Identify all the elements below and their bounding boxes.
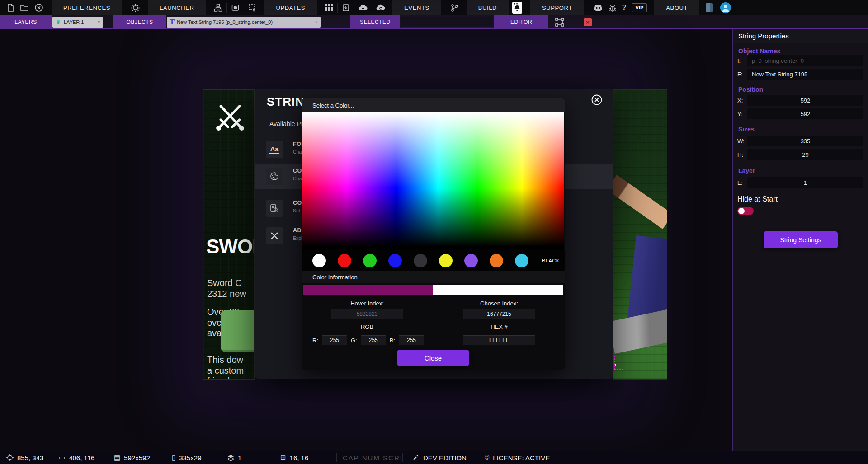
object-toolbar: LAYERS LAYER 1 ∨ OBJECTS T New Text Stri…: [0, 15, 868, 29]
preview-paragraph-1: Sword C2312 new: [207, 278, 246, 299]
r-field[interactable]: 255: [322, 335, 347, 345]
toolbar-divider: [337, 3, 338, 13]
menu-updates[interactable]: UPDATES: [264, 0, 317, 15]
modal-close-icon[interactable]: [591, 94, 603, 106]
rocket-icon: [412, 454, 420, 461]
chevron-down-icon: ∨: [97, 20, 100, 24]
id-label: I:: [737, 57, 741, 64]
y-label: Y:: [737, 111, 743, 117]
grid-icon[interactable]: [322, 0, 336, 15]
settings-gear-icon[interactable]: [128, 0, 142, 15]
object-dropdown[interactable]: T New Text String 7195 (p_0_string.cente…: [167, 17, 321, 28]
g-field[interactable]: 255: [361, 335, 386, 345]
vip-badge[interactable]: VIP: [632, 3, 647, 12]
menu-support[interactable]: SUPPORT: [530, 0, 584, 15]
properties-sidebar: String Properties Object Names I: p_0_st…: [732, 29, 868, 451]
build-notification-icon[interactable]: ●●: [512, 2, 522, 14]
license-indicator: © LICENSE: ACTIVE: [485, 451, 550, 464]
help-icon[interactable]: ?: [619, 0, 629, 15]
user-avatar[interactable]: [720, 2, 731, 13]
chosen-index-field[interactable]: 16777215: [463, 309, 535, 319]
swatch-black-label[interactable]: BLACK: [542, 258, 560, 263]
grid-readout: ⊞16, 16: [280, 451, 308, 464]
g-label: G:: [351, 337, 357, 344]
x-label: X:: [737, 97, 743, 104]
swatch-gray[interactable]: [414, 254, 427, 267]
transform-icon[interactable]: [552, 17, 567, 27]
h-field[interactable]: 29: [747, 149, 863, 160]
open-folder-icon[interactable]: [17, 0, 32, 15]
toggle-knob: [738, 208, 745, 214]
layer-dropdown[interactable]: LAYER 1 ∨: [52, 17, 103, 28]
bug-report-icon[interactable]: [606, 0, 619, 15]
cloud-download-icon[interactable]: [356, 0, 370, 15]
menu-preferences[interactable]: PREFERENCES: [52, 0, 122, 15]
image-size-readout: ▤592x592: [114, 451, 150, 464]
layer-dropdown-value: LAYER 1: [64, 19, 84, 25]
select-region-icon[interactable]: [245, 0, 259, 15]
color-gradient-field[interactable]: [302, 112, 564, 250]
x-field[interactable]: 592: [747, 95, 863, 106]
screenshot-icon[interactable]: [228, 0, 242, 15]
swatch-cyan[interactable]: [515, 254, 528, 267]
close-editor-button[interactable]: ×: [584, 18, 592, 26]
l-field[interactable]: 1: [747, 177, 863, 188]
swatch-orange[interactable]: [490, 254, 503, 267]
rgb-inputs: R: 255 G: 255 B: 255: [312, 335, 424, 345]
string-settings-button[interactable]: String Settings: [764, 231, 838, 248]
design-preview-right[interactable]: [613, 89, 667, 380]
id-field[interactable]: p_0_string.center_0: [747, 55, 863, 66]
menu-events[interactable]: EVENTS: [392, 0, 441, 15]
swatch-purple[interactable]: [464, 254, 478, 267]
b-field[interactable]: 255: [399, 335, 424, 345]
hide-at-start-toggle[interactable]: [737, 207, 754, 215]
sidebar-title: String Properties: [733, 29, 868, 43]
color-picker-header: Select a Color...: [302, 98, 565, 112]
object-icon: ▯: [172, 454, 175, 462]
menu-launcher[interactable]: LAUNCHER: [148, 0, 206, 15]
palette-icon: [266, 168, 283, 185]
git-branch-icon[interactable]: [448, 0, 461, 15]
hex-field[interactable]: FFFFFF: [463, 335, 535, 345]
menu-about[interactable]: ABOUT: [654, 0, 699, 15]
selected-dropdown[interactable]: [401, 17, 493, 28]
selection-handle[interactable]: [615, 364, 616, 366]
object-names-heading: Object Names: [738, 47, 780, 55]
install-icon[interactable]: [339, 0, 353, 15]
swatch-white[interactable]: [312, 254, 326, 267]
w-field[interactable]: 335: [747, 136, 863, 146]
friendly-name-field[interactable]: New Text String 7195: [747, 69, 863, 80]
hover-index-field[interactable]: 5832823: [331, 309, 403, 319]
toolbar-divider: [226, 3, 227, 13]
y-field[interactable]: 592: [747, 108, 863, 119]
swatch-red[interactable]: [338, 254, 351, 267]
preview-download-button[interactable]: [221, 310, 255, 352]
color-close-button[interactable]: Close: [397, 350, 469, 366]
discord-icon[interactable]: [590, 0, 606, 15]
selection-rectangle[interactable]: [614, 356, 623, 370]
lock-keys-indicator: CAP NUM SCRL: [343, 451, 405, 464]
color-information-header: Color Information: [302, 271, 565, 283]
close-project-icon[interactable]: [32, 0, 46, 15]
selected-label: SELECTED: [350, 15, 400, 29]
toolbar-divider: [372, 3, 372, 13]
layers-icon: [227, 455, 234, 461]
friendly-name-label: F:: [737, 71, 743, 78]
design-preview-left[interactable]: SWORD Sword C2312 new Over 30over 200ava…: [203, 89, 255, 380]
cloud-sync-icon[interactable]: [373, 0, 388, 15]
status-bar: 855, 343 ▭406, 116 ▤592x592 ▯335x29 1 ⊞1…: [0, 451, 868, 464]
new-file-icon[interactable]: [4, 0, 17, 15]
sizes-heading: Sizes: [738, 126, 755, 133]
hierarchy-icon[interactable]: [211, 0, 225, 15]
rgb-label: RGB: [311, 323, 424, 330]
status-divider: [402, 453, 403, 462]
b-label: B:: [390, 337, 395, 344]
position-heading: Position: [738, 86, 763, 93]
hover-color-half: [303, 285, 433, 295]
panel-door-icon[interactable]: [706, 3, 713, 12]
preview-paragraph-3: This dowa customfriends or: [207, 355, 245, 380]
swatch-green[interactable]: [363, 254, 377, 267]
menu-build[interactable]: BUILD: [467, 0, 509, 15]
swatch-yellow[interactable]: [439, 254, 453, 267]
swatch-blue[interactable]: [388, 254, 402, 267]
